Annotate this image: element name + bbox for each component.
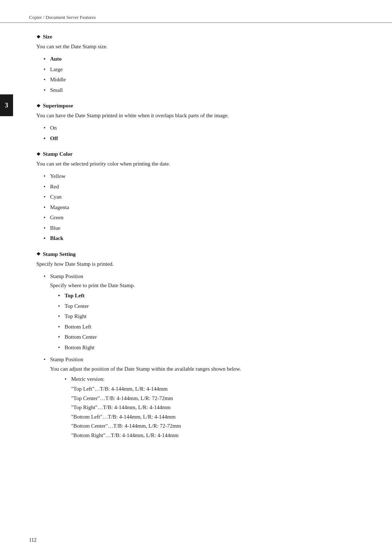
stamp-position-desc-2: You can adjust the position of the Date … (50, 364, 363, 373)
list-item: Large (44, 65, 363, 74)
size-heading: ❖ Size (36, 34, 363, 40)
stamp-position-item-1: Stamp Position Specify where to print th… (44, 272, 363, 353)
list-item: Small (44, 86, 363, 95)
stamp-position-label-1: Stamp Position (44, 272, 363, 281)
list-item: Top Left (58, 291, 363, 301)
stamp-color-description: You can set the selected priority color … (36, 159, 363, 168)
list-item: Magenta (44, 203, 363, 212)
list-item: Off (44, 134, 363, 143)
superimpose-heading: ❖ Superimpose (36, 103, 363, 109)
size-section: ❖ Size You can set the Date Stamp size. … (36, 34, 363, 95)
list-item: Top Center (58, 302, 363, 311)
list-item: Black (44, 234, 363, 243)
list-item: Bottom Center (58, 333, 363, 342)
list-item: Auto (44, 54, 363, 64)
metric-line: "Top Right"…T/B: 4-144mm, L/R: 4-144mm (71, 403, 363, 412)
list-item: Cyan (44, 192, 363, 202)
list-item: Top Right (58, 312, 363, 321)
page-number-text: 112 (29, 537, 36, 543)
metric-line: "Top Center"…T/B: 4-144mm, L/R: 72-72mm (71, 394, 363, 403)
list-item: Yellow (44, 172, 363, 181)
stamp-color-heading: ❖ Stamp Color (36, 151, 363, 157)
stamp-setting-heading: ❖ Stamp Setting (36, 251, 363, 257)
superimpose-list: On Off (44, 123, 363, 143)
stamp-color-section: ❖ Stamp Color You can set the selected p… (36, 151, 363, 243)
metric-line: "Top Left"…T/B: 4-144mm, L/R: 4-144mm (71, 384, 363, 394)
chapter-tab: 3 (0, 94, 13, 116)
list-item: Red (44, 182, 363, 192)
metric-block: Metric version: "Top Left"…T/B: 4-144mm,… (65, 375, 363, 440)
size-heading-text: Size (43, 34, 52, 40)
list-item: Green (44, 213, 363, 223)
breadcrumb-text: Copier / Document Server Features (29, 15, 96, 20)
page-container: Copier / Document Server Features 3 ❖ Si… (0, 0, 392, 554)
stamp-color-heading-text: Stamp Color (43, 151, 73, 157)
stamp-setting-heading-text: Stamp Setting (43, 251, 75, 257)
size-description: You can set the Date Stamp size. (36, 42, 363, 51)
stamp-setting-section: ❖ Stamp Setting Specify how Date Stamp i… (36, 251, 363, 440)
list-item: Bottom Left (58, 322, 363, 332)
list-item: Middle (44, 75, 363, 85)
main-content: ❖ Size You can set the Date Stamp size. … (0, 34, 392, 463)
list-item: Blue (44, 224, 363, 233)
metric-lines: "Top Left"…T/B: 4-144mm, L/R: 4-144mm "T… (71, 384, 363, 440)
stamp-position-desc-1: Specify where to print the Date Stamp. (50, 281, 363, 290)
list-item: On (44, 123, 363, 133)
stamp-color-diamond: ❖ (36, 151, 41, 157)
metric-line: "Bottom Center"…T/B: 4-144mm, L/R: 72-72… (71, 421, 363, 431)
stamp-position-item-2: Stamp Position You can adjust the positi… (44, 355, 363, 440)
superimpose-diamond: ❖ (36, 103, 41, 109)
superimpose-description: You can have the Date Stamp printed in w… (36, 111, 363, 120)
metric-line: "Bottom Left"…T/B: 4-144mm, L/R: 4-144mm (71, 412, 363, 422)
superimpose-section: ❖ Superimpose You can have the Date Stam… (36, 103, 363, 143)
metric-label: Metric version: (65, 375, 363, 384)
stamp-position-sublist: Top Left Top Center Top Right Bottom Lef… (58, 291, 363, 352)
stamp-position-label-2: Stamp Position (44, 355, 363, 364)
stamp-setting-diamond: ❖ (36, 251, 41, 257)
size-diamond: ❖ (36, 34, 41, 40)
size-list: Auto Large Middle Small (44, 54, 363, 95)
list-item: Bottom Right (58, 343, 363, 353)
chapter-number: 3 (5, 102, 8, 109)
breadcrumb: Copier / Document Server Features (0, 15, 392, 23)
metric-line: "Bottom Right"…T/B: 4-144mm, L/R: 4-144m… (71, 431, 363, 440)
page-number: 112 (29, 537, 36, 543)
superimpose-heading-text: Superimpose (43, 103, 73, 109)
stamp-color-list: Yellow Red Cyan Magenta Green Blue Black (44, 172, 363, 243)
stamp-setting-description: Specify how Date Stamp is printed. (36, 260, 363, 268)
